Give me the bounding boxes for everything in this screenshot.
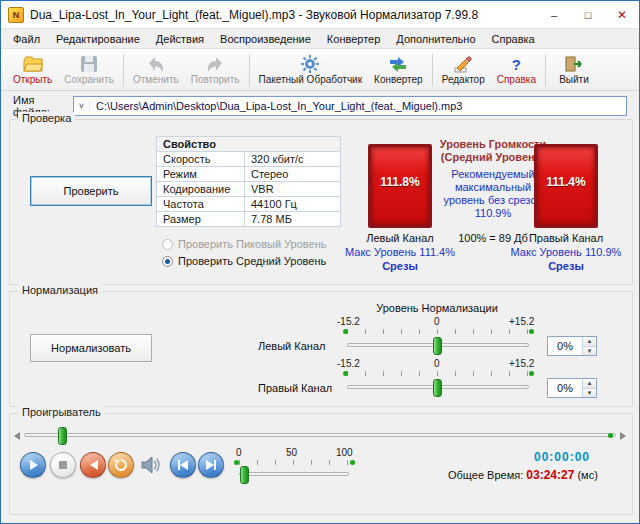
spin-up-icon[interactable]: ▲ xyxy=(583,337,596,347)
help-icon: ? xyxy=(512,54,521,74)
radio-check-peak-level[interactable]: Проверить Пиковый Уровень xyxy=(162,238,327,250)
left-level-spinner[interactable]: 0% ▲▼ xyxy=(547,336,597,356)
toolbar-separator xyxy=(545,54,546,86)
left-max-level: Макс Уровень 111.4% xyxy=(340,246,460,258)
right-level-spinner[interactable]: 0% ▲▼ xyxy=(547,378,597,398)
file-path-combobox[interactable]: ˅ C:\Users\Admin\Desktop\Dua_Lipa-Lost_I… xyxy=(73,96,627,116)
right-slider-thumb[interactable] xyxy=(433,379,442,397)
repeat-button[interactable] xyxy=(108,452,134,478)
left-meter-value: 111.8% xyxy=(371,175,429,189)
app-window: N Dua_Lipa-Lost_In_Your_Light_(feat._Mig… xyxy=(0,0,640,524)
loudness-title-line2: (Средний Уровень) xyxy=(438,151,548,163)
property-value: VBR xyxy=(245,182,341,197)
properties-header: Свойство xyxy=(157,137,341,152)
ruler-end-dot xyxy=(343,371,348,376)
scale-mid-label: 0 xyxy=(434,316,440,327)
spin-up-icon[interactable]: ▲ xyxy=(583,379,596,389)
volume-button[interactable] xyxy=(140,454,164,478)
editor-pencil-icon xyxy=(453,54,473,74)
normalization-level-title: Уровень Нормализации xyxy=(345,302,529,314)
rewind-button[interactable] xyxy=(80,452,106,478)
window-title: Dua_Lipa-Lost_In_Your_Light_(feat._Migue… xyxy=(30,8,537,22)
radio-check-average-level[interactable]: Проверить Средний Уровень xyxy=(162,255,326,267)
left-slider-ruler xyxy=(347,329,528,334)
editor-button[interactable]: Редактор xyxy=(436,50,491,90)
undo-button[interactable]: Отменить xyxy=(127,50,185,90)
seek-end-dot xyxy=(608,433,613,438)
play-button[interactable] xyxy=(20,452,46,478)
batch-processor-icon xyxy=(300,54,320,74)
right-meter-value: 111.4% xyxy=(537,175,595,189)
file-path-value: C:\Users\Admin\Desktop\Dua_Lipa-Lost_In_… xyxy=(90,100,462,112)
right-max-level: Макс Уровень 110.9% xyxy=(506,246,626,258)
batch-processor-button[interactable]: Пакетный Обработчик xyxy=(253,50,369,90)
property-name: Режим xyxy=(157,167,245,182)
total-time-row: Общее Время: 03:24:27 (мс) xyxy=(448,468,598,482)
volume-scale-0: 0 xyxy=(236,447,242,458)
menu-actions[interactable]: Действия xyxy=(148,31,212,47)
volume-scale-50: 50 xyxy=(286,447,297,458)
check-button[interactable]: Проверить xyxy=(30,176,152,206)
chevron-down-icon[interactable]: ˅ xyxy=(74,101,90,111)
exit-button[interactable]: Выйти xyxy=(549,50,599,90)
volume-thumb[interactable] xyxy=(240,466,249,484)
save-icon xyxy=(80,54,98,74)
property-value: 320 кбит/с xyxy=(245,152,341,167)
help-button[interactable]: ? Справка xyxy=(491,50,542,90)
left-clips-link[interactable]: Срезы xyxy=(340,260,460,272)
right-clips-link[interactable]: Срезы xyxy=(506,260,626,272)
seek-slider[interactable] xyxy=(24,433,616,437)
seek-left-arrow-icon[interactable] xyxy=(14,432,20,440)
menu-bar: Файл Редактирование Действия Воспроизвед… xyxy=(1,29,639,49)
spin-down-icon[interactable]: ▼ xyxy=(583,389,596,398)
stop-button[interactable] xyxy=(50,452,76,478)
property-name: Размер xyxy=(157,212,245,227)
open-folder-icon xyxy=(23,54,43,74)
recommended-level-text: Рекомендуемый максимальный уровень без с… xyxy=(436,168,550,220)
speaker-icon xyxy=(140,454,164,476)
volume-ruler xyxy=(239,460,348,465)
right-slider-ruler xyxy=(347,371,528,376)
menu-edit[interactable]: Редактирование xyxy=(48,31,148,47)
scale-mid-label: 0 xyxy=(434,358,440,369)
right-level-value: 0% xyxy=(548,379,582,397)
normalize-group-label: Нормализация xyxy=(18,284,102,296)
player-group: Проигрыватель 0 50 100 xyxy=(9,413,633,515)
normalize-button[interactable]: Нормализовать xyxy=(30,334,152,362)
scale-max-label: +15.2 xyxy=(509,316,534,327)
redo-button[interactable]: Повторить xyxy=(185,50,246,90)
total-time-unit: (мс) xyxy=(577,469,597,481)
menu-playback[interactable]: Воспроизведение xyxy=(212,31,319,47)
exit-door-icon xyxy=(564,54,584,74)
open-button[interactable]: Открыть xyxy=(7,50,58,90)
property-value: Стерео xyxy=(245,167,341,182)
volume-slider[interactable] xyxy=(239,472,349,476)
scale-min-label: -15.2 xyxy=(337,358,360,369)
normalize-right-channel-label: Правый Канал xyxy=(258,382,338,394)
save-button[interactable]: Сохранить xyxy=(58,50,120,90)
left-slider-thumb[interactable] xyxy=(433,337,442,355)
radio-icon xyxy=(162,239,173,250)
ruler-end-dot xyxy=(529,329,534,334)
previous-button[interactable] xyxy=(170,452,196,478)
current-time: 00:00:00 xyxy=(534,450,590,464)
normalize-group: Нормализация Нормализовать Уровень Норма… xyxy=(9,291,633,407)
player-group-label: Проигрыватель xyxy=(18,406,105,418)
stop-icon xyxy=(58,460,68,470)
minimize-button[interactable]: – xyxy=(537,1,571,29)
converter-button[interactable]: Конвертер xyxy=(368,50,429,90)
menu-help[interactable]: Справка xyxy=(484,31,543,47)
ruler-end-dot xyxy=(234,460,239,465)
menu-converter[interactable]: Конвертер xyxy=(319,31,388,47)
next-button[interactable] xyxy=(198,452,224,478)
loudness-title-line1: Уровень Громкости xyxy=(438,138,548,150)
properties-table: Свойство Скорость 320 кбит/с Режим Стере… xyxy=(156,136,341,227)
spin-down-icon[interactable]: ▼ xyxy=(583,347,596,356)
seek-right-arrow-icon[interactable] xyxy=(620,432,626,440)
rewind-icon xyxy=(87,459,99,471)
seek-thumb[interactable] xyxy=(58,427,67,445)
maximize-button[interactable]: □ xyxy=(571,1,605,29)
menu-extra[interactable]: Дополнительно xyxy=(388,31,483,47)
menu-file[interactable]: Файл xyxy=(5,31,48,47)
close-button[interactable]: ✕ xyxy=(605,1,639,29)
